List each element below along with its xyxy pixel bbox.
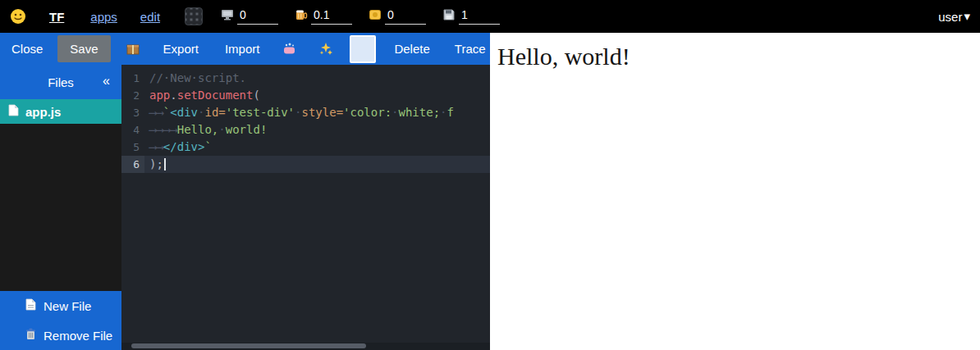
package-icon[interactable] bbox=[126, 42, 140, 57]
files-header-label: Files bbox=[48, 75, 74, 89]
resource-stats: 0 0.1 0 bbox=[221, 8, 500, 25]
delete-button[interactable]: Delete bbox=[391, 35, 433, 62]
new-file-button[interactable]: New File bbox=[0, 291, 121, 320]
editor-horizontal-scrollbar[interactable] bbox=[121, 343, 490, 350]
stat-monitor-field[interactable]: 0 bbox=[237, 8, 278, 25]
preview-pane: Hello, world! bbox=[490, 33, 980, 350]
stat-monitor: 0 bbox=[221, 8, 278, 25]
user-menu[interactable]: user▾ bbox=[938, 9, 970, 24]
workspace: Close Save Export Import bbox=[0, 33, 490, 350]
app-grid-icon[interactable] bbox=[185, 7, 203, 25]
editor-toolbar: Close Save Export Import bbox=[0, 33, 490, 65]
money-icon bbox=[369, 8, 382, 25]
nav-link-edit[interactable]: edit bbox=[140, 10, 160, 24]
sidebar-actions: New File bbox=[0, 291, 121, 350]
remove-file-button[interactable]: Remove File bbox=[0, 320, 121, 350]
code-line[interactable]: //·New·script. bbox=[144, 70, 490, 87]
floppy-disk-icon bbox=[442, 8, 456, 25]
remove-file-label: Remove File bbox=[44, 329, 112, 343]
text-cursor bbox=[164, 158, 166, 170]
stat-money-field[interactable]: 0 bbox=[385, 8, 426, 25]
close-button[interactable]: Close bbox=[8, 35, 46, 62]
stat-beer: 0.1 bbox=[295, 8, 352, 25]
file-name-label: app.js bbox=[25, 105, 61, 119]
new-file-icon bbox=[25, 298, 36, 313]
monitor-icon bbox=[221, 8, 234, 25]
code-editor[interactable]: 123456 //·New·script.app.setDocument(⟶⟶`… bbox=[121, 65, 490, 350]
gutter-line-number: 4 bbox=[121, 121, 144, 139]
stat-money: 0 bbox=[369, 8, 426, 25]
gutter-line-number: 2 bbox=[121, 87, 144, 104]
collapse-sidebar-button[interactable]: « bbox=[103, 74, 110, 89]
export-button[interactable]: Export bbox=[160, 35, 202, 62]
nav-link-apps[interactable]: apps bbox=[90, 10, 117, 24]
stat-beer-field[interactable]: 0.1 bbox=[311, 8, 352, 25]
stat-saves-field[interactable]: 1 bbox=[459, 8, 500, 25]
file-list-area bbox=[0, 124, 121, 291]
gutter: 123456 bbox=[121, 70, 144, 343]
trace-button[interactable]: Trace bbox=[451, 35, 489, 62]
brand-link[interactable]: TF bbox=[49, 10, 64, 24]
chevron-down-icon: ▾ bbox=[964, 9, 970, 24]
beer-icon bbox=[295, 8, 308, 25]
code-line[interactable]: ⟶⟶⟶⟶Hello,·world! bbox=[144, 121, 490, 139]
new-file-label: New File bbox=[44, 299, 91, 313]
import-button[interactable]: Import bbox=[222, 35, 263, 62]
save-button[interactable]: Save bbox=[57, 35, 110, 62]
empty-slot-button[interactable] bbox=[350, 35, 376, 63]
smiley-face-icon[interactable] bbox=[10, 8, 26, 25]
gutter-line-number: 5 bbox=[121, 139, 144, 156]
code-line[interactable]: ⟶⟶`<div·id='test-div'·style='color:·whit… bbox=[144, 104, 490, 121]
user-menu-label: user bbox=[938, 10, 962, 24]
code-lines[interactable]: //·New·script.app.setDocument(⟶⟶`<div·id… bbox=[144, 70, 490, 343]
gutter-line-number: 1 bbox=[121, 70, 144, 87]
stat-saves: 1 bbox=[442, 8, 500, 25]
file-item-app-js[interactable]: app.js bbox=[0, 99, 121, 124]
sparkles-icon[interactable] bbox=[318, 42, 333, 57]
preview-heading: Hello, world! bbox=[490, 33, 980, 70]
code-line[interactable]: ); bbox=[144, 156, 490, 173]
main-area: Close Save Export Import bbox=[0, 33, 980, 350]
code-line[interactable]: app.setDocument( bbox=[144, 87, 490, 104]
editor-scroll-area[interactable]: 123456 //·New·script.app.setDocument(⟶⟶`… bbox=[121, 65, 490, 343]
document-icon bbox=[8, 104, 19, 119]
scrollbar-thumb[interactable] bbox=[131, 343, 366, 348]
trash-icon bbox=[25, 328, 36, 343]
top-bar: TF apps edit 0 bbox=[0, 0, 980, 33]
gutter-line-number: 6 bbox=[121, 156, 144, 173]
soap-icon[interactable] bbox=[282, 42, 297, 57]
file-sidebar: Files « app.js bbox=[0, 65, 121, 350]
gutter-line-number: 3 bbox=[121, 104, 144, 121]
code-line[interactable]: ⟶⟶</div>` bbox=[144, 139, 490, 156]
files-header: Files « bbox=[0, 65, 121, 99]
